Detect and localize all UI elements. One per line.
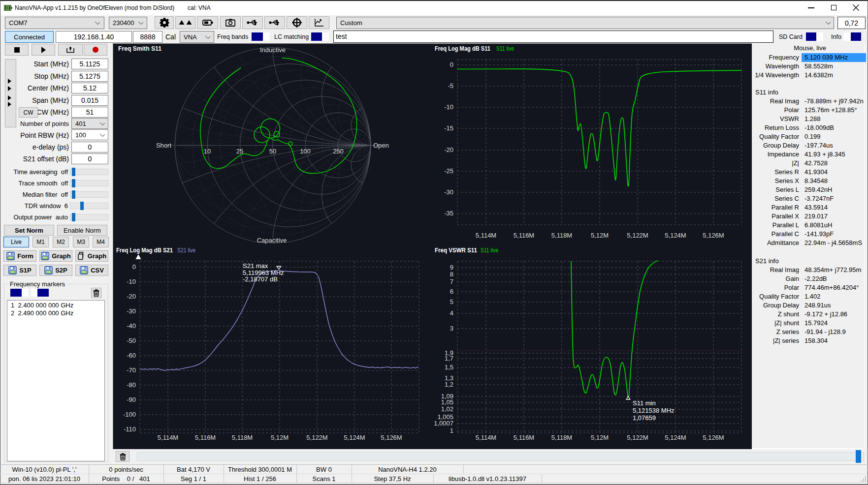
svg-text:5,116M: 5,116M xyxy=(514,232,534,239)
svg-text:5,118M: 5,118M xyxy=(551,434,572,441)
svg-text:100: 100 xyxy=(300,148,311,155)
svg-text:5,114M: 5,114M xyxy=(476,434,496,441)
svg-text:-10: -10 xyxy=(127,278,136,285)
svg-text:5,12M: 5,12M xyxy=(271,434,289,441)
svg-text:1,5: 1,5 xyxy=(445,364,453,371)
svg-text:1,7: 1,7 xyxy=(445,355,453,362)
svg-text:-25: -25 xyxy=(444,167,453,175)
svg-text:Inductive: Inductive xyxy=(260,46,286,54)
svg-text:-70: -70 xyxy=(127,366,136,374)
svg-text:5,122M: 5,122M xyxy=(306,434,327,441)
svg-text:1,05: 1,05 xyxy=(441,398,453,406)
svg-text:-100: -100 xyxy=(123,411,136,418)
svg-text:-50: -50 xyxy=(127,337,136,344)
svg-text:Freq Log Mag dB S11: Freq Log Mag dB S11 xyxy=(435,45,490,52)
svg-text:5,122M: 5,122M xyxy=(627,434,648,441)
svg-text:5,124M: 5,124M xyxy=(665,232,686,239)
svg-text:5,124M: 5,124M xyxy=(344,434,365,441)
svg-text:5,118M: 5,118M xyxy=(551,232,572,239)
svg-text:7: 7 xyxy=(450,278,453,285)
svg-text:1: 1 xyxy=(450,427,453,434)
svg-text:5,126M: 5,126M xyxy=(381,434,402,441)
svg-text:5,126M: 5,126M xyxy=(703,232,724,239)
svg-text:6: 6 xyxy=(450,288,453,295)
svg-text:-90: -90 xyxy=(127,396,136,403)
svg-text:250: 250 xyxy=(333,148,344,155)
svg-text:5,121538 MHz: 5,121538 MHz xyxy=(633,407,675,414)
svg-text:Freq Smith S11: Freq Smith S11 xyxy=(118,45,161,52)
svg-text:-30: -30 xyxy=(127,307,136,315)
svg-text:8: 8 xyxy=(450,271,453,278)
svg-text:-80: -80 xyxy=(127,381,136,389)
svg-text:4: 4 xyxy=(450,309,453,317)
svg-text:50: 50 xyxy=(269,148,276,155)
svg-text:5,12M: 5,12M xyxy=(591,434,609,441)
svg-text:5,116M: 5,116M xyxy=(514,434,534,441)
svg-text:-35: -35 xyxy=(444,210,453,217)
svg-text:1,07659: 1,07659 xyxy=(633,414,656,422)
svg-text:Freq Log Mag dB S21: Freq Log Mag dB S21 xyxy=(116,246,173,254)
svg-text:-30: -30 xyxy=(444,188,453,196)
svg-text:5,124M: 5,124M xyxy=(665,434,686,441)
svg-text:10: 10 xyxy=(204,148,211,155)
svg-text:Open: Open xyxy=(373,142,389,149)
svg-text:S11 live: S11 live xyxy=(496,45,514,52)
svg-text:-10: -10 xyxy=(444,103,453,111)
svg-text:9: 9 xyxy=(450,264,453,271)
svg-text:5,12M: 5,12M xyxy=(591,232,609,239)
svg-text:-5: -5 xyxy=(448,82,453,90)
svg-text:5,114M: 5,114M xyxy=(158,434,178,441)
svg-text:-2,18707 dB: -2,18707 dB xyxy=(243,275,278,283)
svg-text:25: 25 xyxy=(236,148,243,155)
svg-text:5: 5 xyxy=(450,298,453,305)
svg-text:Short: Short xyxy=(156,142,171,149)
svg-text:-20: -20 xyxy=(127,293,136,300)
svg-text:5,126M: 5,126M xyxy=(703,434,724,441)
svg-text:1,2: 1,2 xyxy=(445,381,453,388)
svg-text:-60: -60 xyxy=(127,352,136,359)
svg-text:3: 3 xyxy=(450,325,453,332)
svg-text:S21 live: S21 live xyxy=(177,246,195,254)
svg-text:5,118M: 5,118M xyxy=(232,434,253,441)
svg-text:Freq VSWR S11: Freq VSWR S11 xyxy=(435,246,477,254)
svg-text:S11 min: S11 min xyxy=(633,399,656,407)
svg-text:5,114M: 5,114M xyxy=(476,232,496,239)
svg-text:-40: -40 xyxy=(127,322,136,330)
svg-text:S21 max: S21 max xyxy=(243,262,268,270)
svg-text:1,02: 1,02 xyxy=(441,405,453,413)
svg-text:-15: -15 xyxy=(444,124,453,132)
svg-text:-20: -20 xyxy=(444,146,453,153)
svg-text:0: 0 xyxy=(132,263,136,271)
svg-text:5,116M: 5,116M xyxy=(195,434,216,441)
svg-text:S11 live: S11 live xyxy=(481,246,498,254)
svg-text:5,122M: 5,122M xyxy=(627,232,648,239)
svg-text:1,0007: 1,0007 xyxy=(434,420,453,427)
svg-text:-110: -110 xyxy=(124,425,136,433)
svg-text:0: 0 xyxy=(450,61,453,68)
svg-text:Capacitive: Capacitive xyxy=(257,237,287,244)
